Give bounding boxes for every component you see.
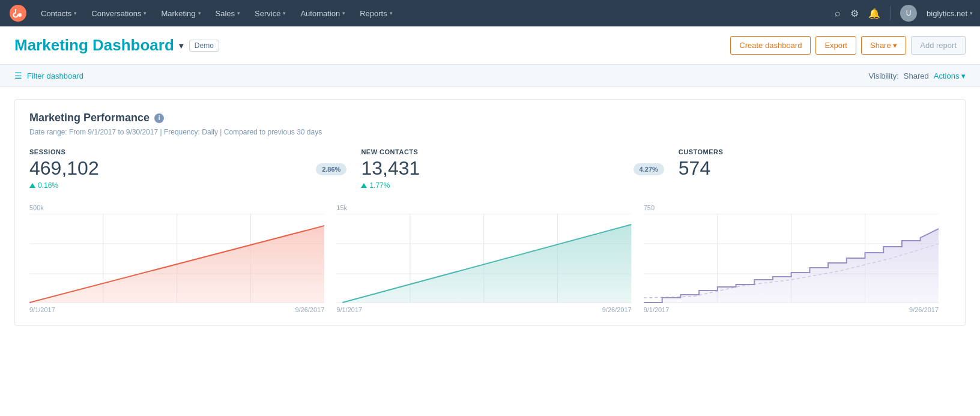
nav-reports[interactable]: Reports ▾ bbox=[352, 0, 400, 26]
metrics-row: SESSIONS 469,102 0.16% 2.86% NEW CONTACT… bbox=[29, 148, 951, 190]
customers-chart-container: 750 bbox=[644, 204, 951, 313]
contacts-chart-container: 15k bbox=[336, 204, 643, 313]
sessions-y-label: 500k bbox=[29, 204, 324, 211]
sessions-value: 469,102 bbox=[29, 158, 304, 179]
new-contacts-metric: NEW CONTACTS 13,431 1.77% bbox=[346, 148, 633, 190]
nav-automation[interactable]: Automation ▾ bbox=[293, 0, 352, 26]
nav-marketing[interactable]: Marketing ▾ bbox=[154, 0, 208, 26]
top-navigation: Contacts ▾ Conversations ▾ Marketing ▾ S… bbox=[0, 0, 980, 26]
dropdown-chevron-icon: ▾ bbox=[179, 41, 183, 50]
charts-row: 500k bbox=[29, 204, 951, 313]
visibility-value: Shared bbox=[904, 71, 929, 80]
account-name[interactable]: biglytics.net ▾ bbox=[927, 9, 973, 18]
actions-button[interactable]: Actions ▾ bbox=[934, 71, 966, 80]
widget-meta: Date range: From 9/1/2017 to 9/30/2017 |… bbox=[29, 128, 951, 136]
sessions-change: 0.16% bbox=[29, 181, 304, 190]
sessions-x-labels: 9/1/2017 9/26/2017 bbox=[29, 306, 324, 313]
add-report-button[interactable]: Add report bbox=[911, 36, 966, 55]
customers-metric: CUSTOMERS 574 bbox=[664, 148, 951, 181]
main-content: Marketing Performance i Date range: From… bbox=[0, 87, 980, 338]
marketing-performance-widget: Marketing Performance i Date range: From… bbox=[14, 99, 966, 326]
new-contacts-value: 13,431 bbox=[361, 158, 621, 179]
new-contacts-change: 1.77% bbox=[361, 181, 621, 190]
nav-conversations[interactable]: Conversations ▾ bbox=[84, 0, 154, 26]
header-actions: Create dashboard Export Share ▾ Add repo… bbox=[730, 36, 966, 55]
demo-badge: Demo bbox=[189, 40, 219, 52]
contacts-x-labels: 9/1/2017 9/26/2017 bbox=[336, 306, 631, 313]
avatar[interactable]: U bbox=[900, 5, 917, 22]
chevron-down-icon: ▾ bbox=[74, 10, 77, 16]
chevron-down-icon: ▾ bbox=[390, 10, 393, 16]
chevron-down-icon: ▾ bbox=[342, 10, 345, 16]
sessions-chart bbox=[29, 214, 324, 304]
filter-bar-right: Visibility: Shared Actions ▾ bbox=[868, 71, 966, 80]
search-icon[interactable]: ⌕ bbox=[835, 8, 841, 19]
chevron-down-icon: ▾ bbox=[237, 10, 240, 16]
chevron-down-icon: ▾ bbox=[144, 10, 147, 16]
sessions-metric: SESSIONS 469,102 0.16% bbox=[29, 148, 316, 190]
contacts-y-label: 15k bbox=[336, 204, 631, 211]
widget-title: Marketing Performance i bbox=[29, 112, 951, 124]
customers-chart bbox=[644, 214, 939, 304]
page-title[interactable]: Marketing Dashboard ▾ bbox=[14, 36, 183, 55]
chevron-down-icon: ▾ bbox=[283, 10, 286, 16]
sessions-label: SESSIONS bbox=[29, 148, 304, 155]
svg-point-1 bbox=[18, 13, 22, 17]
nav-service[interactable]: Service ▾ bbox=[247, 0, 293, 26]
arrow-up-icon bbox=[361, 183, 367, 188]
sessions-badge: 2.86% bbox=[316, 163, 346, 175]
nav-right-actions: ⌕ ⚙ 🔔 U biglytics.net ▾ bbox=[835, 5, 973, 22]
export-button[interactable]: Export bbox=[815, 36, 856, 55]
filter-icon: ☰ bbox=[14, 71, 22, 80]
customers-x-labels: 9/1/2017 9/26/2017 bbox=[644, 306, 939, 313]
contacts-chart bbox=[336, 214, 631, 304]
nav-items: Contacts ▾ Conversations ▾ Marketing ▾ S… bbox=[34, 0, 835, 26]
customers-value: 574 bbox=[679, 158, 939, 179]
nav-contacts[interactable]: Contacts ▾ bbox=[34, 0, 84, 26]
visibility-label: Visibility: bbox=[868, 71, 898, 80]
customers-y-label: 750 bbox=[644, 204, 939, 211]
arrow-up-icon bbox=[29, 183, 35, 188]
create-dashboard-button[interactable]: Create dashboard bbox=[730, 36, 811, 55]
customers-label: CUSTOMERS bbox=[679, 148, 939, 155]
sessions-chart-container: 500k bbox=[29, 204, 336, 313]
nav-sales[interactable]: Sales ▾ bbox=[208, 0, 248, 26]
page-header: Marketing Dashboard ▾ Demo Create dashbo… bbox=[0, 26, 980, 65]
settings-icon[interactable]: ⚙ bbox=[850, 8, 859, 19]
filter-bar: ☰ Filter dashboard Visibility: Shared Ac… bbox=[0, 65, 980, 87]
chevron-down-icon: ▾ bbox=[970, 10, 973, 16]
new-contacts-label: NEW CONTACTS bbox=[361, 148, 621, 155]
filter-dashboard-button[interactable]: ☰ Filter dashboard bbox=[14, 71, 83, 80]
contacts-badge: 4.27% bbox=[634, 163, 664, 175]
info-icon[interactable]: i bbox=[154, 113, 164, 123]
chevron-down-icon: ▾ bbox=[198, 10, 201, 16]
hubspot-logo[interactable] bbox=[7, 2, 29, 24]
page-header-left: Marketing Dashboard ▾ Demo bbox=[14, 36, 219, 55]
notifications-icon[interactable]: 🔔 bbox=[868, 8, 880, 19]
nav-divider bbox=[890, 6, 891, 20]
svg-point-0 bbox=[10, 5, 26, 22]
share-button[interactable]: Share ▾ bbox=[861, 36, 906, 55]
